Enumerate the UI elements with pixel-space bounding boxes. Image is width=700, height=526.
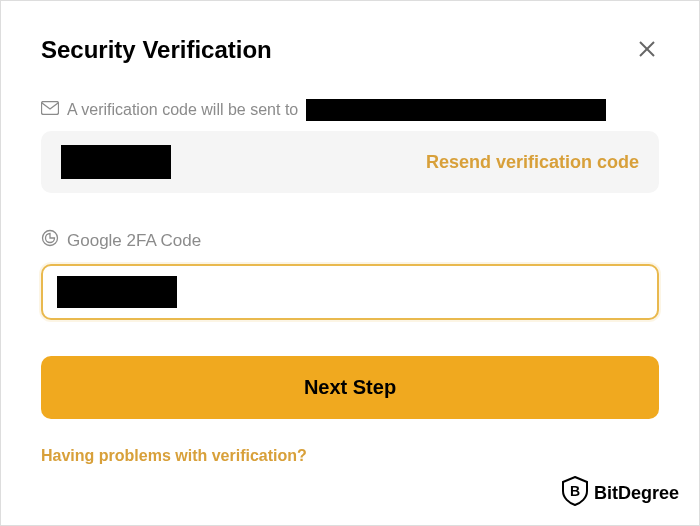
google-2fa-input[interactable] xyxy=(41,264,659,320)
problems-link[interactable]: Having problems with verification? xyxy=(41,447,659,465)
svg-text:B: B xyxy=(570,483,580,499)
mail-icon xyxy=(41,101,59,119)
redacted-email xyxy=(306,99,606,121)
google-2fa-label: Google 2FA Code xyxy=(67,231,201,251)
svg-rect-2 xyxy=(42,102,59,115)
redacted-email-code-value xyxy=(61,145,171,179)
email-sent-label: A verification code will be sent to xyxy=(67,101,298,119)
resend-code-link[interactable]: Resend verification code xyxy=(426,152,639,173)
email-sent-row: A verification code will be sent to xyxy=(41,99,659,121)
google-icon xyxy=(41,229,59,252)
google-2fa-label-row: Google 2FA Code xyxy=(41,229,659,252)
dialog-header: Security Verification xyxy=(41,33,659,67)
dialog-title: Security Verification xyxy=(41,36,272,64)
close-button[interactable] xyxy=(635,33,659,67)
close-icon xyxy=(639,37,655,62)
watermark: B BitDegree xyxy=(562,476,679,511)
email-code-field[interactable]: Resend verification code xyxy=(41,131,659,193)
redacted-2fa-value xyxy=(57,276,177,308)
next-step-button[interactable]: Next Step xyxy=(41,356,659,419)
shield-icon: B xyxy=(562,476,588,511)
watermark-brand: BitDegree xyxy=(594,483,679,504)
security-verification-dialog: Security Verification A verification cod… xyxy=(1,1,699,493)
